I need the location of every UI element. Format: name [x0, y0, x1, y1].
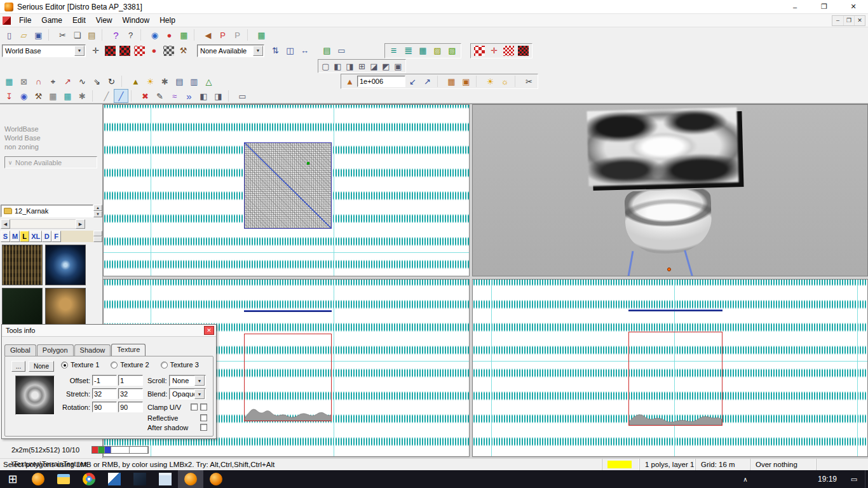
entity-handle[interactable]	[667, 268, 671, 271]
rotation-u-input[interactable]	[92, 402, 117, 412]
reflective-checkbox[interactable]	[200, 414, 207, 421]
carve-axe-icon[interactable]: ⚒	[31, 89, 46, 103]
csg-add-icon[interactable]	[103, 44, 118, 58]
menu-item[interactable]: File	[14, 15, 36, 26]
show-desktop-button[interactable]	[865, 470, 868, 488]
split-axe-icon[interactable]: ⚒	[176, 44, 191, 58]
mdi-close-button[interactable]: ✕	[854, 16, 865, 25]
dialog-close-icon[interactable]: ✕	[204, 326, 214, 335]
scroll-combo[interactable]: None ▼	[169, 375, 206, 386]
frame-right-icon[interactable]: ◨	[211, 89, 226, 103]
chevron-down-icon[interactable]: ▼	[194, 389, 205, 399]
terrain-cell-icon[interactable]: ▣	[459, 74, 473, 88]
measure-grid-icon[interactable]: ▦	[60, 89, 75, 103]
target-combo-disabled[interactable]: ∨ None Available	[4, 156, 97, 168]
copy-icon[interactable]: ❏	[70, 28, 85, 42]
frame-standalone-icon[interactable]: ▭	[235, 89, 250, 103]
tools-info-tab[interactable]: Polygon	[37, 344, 74, 356]
window-outline-icon[interactable]: ▢	[320, 59, 332, 73]
taskbar-document-app-icon[interactable]	[102, 470, 127, 488]
texture-group-combo[interactable]: 12_Karnak ▲ ▼	[1, 205, 102, 217]
swatch-white-2[interactable]	[130, 447, 148, 453]
scroll-left-icon[interactable]: ◀	[1, 219, 10, 229]
primitive-p-icon[interactable]: P	[215, 28, 230, 42]
texture-size-tab[interactable]: L	[20, 231, 29, 242]
frame-left-icon[interactable]: ◧	[196, 89, 211, 103]
terrain-tiles-icon[interactable]: ▦	[444, 74, 459, 88]
texture-thumb-hieroglyphs[interactable]	[2, 245, 43, 285]
layers-list-icon[interactable]: ≡	[386, 44, 401, 58]
taskbar-game-icon[interactable]	[25, 470, 51, 488]
flip-icon[interactable]: ⇅	[268, 44, 283, 58]
heightmap-texture-quad[interactable]	[587, 107, 738, 186]
browse-texture-button[interactable]: ...	[11, 361, 25, 372]
move-arrow-icon[interactable]: ↗	[60, 74, 75, 88]
menu-item[interactable]: View	[91, 15, 118, 26]
mip-shrink-icon[interactable]: ↙	[405, 74, 420, 88]
tools-info-titlebar[interactable]: Tools info ✕	[2, 325, 216, 337]
entity-select-icon[interactable]: ✛	[88, 44, 103, 58]
chevron-down-icon[interactable]: ▼	[253, 46, 263, 56]
cut-icon[interactable]: ✂	[55, 28, 70, 42]
save-icon[interactable]: ▣	[31, 28, 46, 42]
mip-factor-input[interactable]	[357, 76, 405, 87]
taskbar-serious-game-icon[interactable]	[203, 470, 229, 488]
swatch-white-1[interactable]	[111, 447, 130, 453]
terrain-raise-icon[interactable]: ▲	[342, 74, 357, 88]
csg-deport-icon[interactable]	[161, 44, 176, 58]
terrain-brush-square[interactable]	[244, 142, 332, 229]
world-base-combo[interactable]: World Base ▼	[2, 44, 86, 57]
texture-size-tab[interactable]: S	[1, 231, 10, 242]
taskbar-serious-editor-icon[interactable]	[178, 470, 203, 488]
taskbar-dark-app-icon[interactable]	[127, 470, 153, 488]
offset-u-input[interactable]	[92, 375, 117, 386]
window-full-icon[interactable]: ▣	[392, 59, 404, 73]
after-shadow-checkbox[interactable]	[200, 424, 207, 431]
new-document-icon[interactable]: ▯	[2, 28, 17, 42]
texture-thumb-portal[interactable]	[45, 245, 86, 285]
help-icon[interactable]: ?	[109, 28, 123, 42]
none-available-combo[interactable]: None Available ▼	[197, 44, 264, 57]
library-icon[interactable]: ▤	[320, 44, 334, 58]
window-grid-icon[interactable]: ⊞	[356, 59, 368, 73]
render-preview-icon[interactable]: ▦	[177, 28, 191, 42]
stretch-icon[interactable]: ↔	[297, 44, 312, 58]
menu-item[interactable]: Window	[118, 15, 155, 26]
spin-down-icon[interactable]	[93, 236, 102, 242]
taskbar-explorer-icon[interactable]	[51, 470, 76, 488]
close-button[interactable]: ✕	[839, 0, 868, 14]
machine-icon[interactable]: ✱	[75, 89, 90, 103]
fast-forward-icon[interactable]: »	[182, 89, 196, 103]
texture-a-icon[interactable]: ▤	[172, 74, 187, 88]
swatch-red[interactable]	[92, 447, 98, 453]
texture-thumb-face[interactable]	[45, 288, 86, 329]
terrain-mesh-3d[interactable]	[624, 189, 712, 255]
pencil-icon[interactable]: ✎	[153, 89, 167, 103]
taskbar-clock[interactable]: 19:19	[811, 475, 843, 484]
csg-subtract-icon[interactable]	[118, 44, 132, 58]
tools-info-tab[interactable]: Texture	[111, 344, 146, 356]
gear-icon[interactable]: ✱	[158, 74, 172, 88]
pattern-fine-icon[interactable]	[501, 44, 516, 58]
clear-texture-button[interactable]: None	[29, 361, 54, 372]
rotate-icon[interactable]: ↻	[104, 74, 119, 88]
mdi-minimize-button[interactable]: –	[832, 16, 843, 25]
layers-fill-icon[interactable]: ▧	[445, 44, 459, 58]
vertical-splitter[interactable]	[470, 104, 472, 459]
flask-icon[interactable]: △	[201, 74, 216, 88]
delete-poly-icon[interactable]: ✖	[138, 89, 153, 103]
chevron-down-icon[interactable]: ▼	[194, 376, 205, 386]
scroll-right-icon[interactable]: ▶	[76, 219, 85, 229]
drop-marker-icon[interactable]: ↧	[2, 89, 17, 103]
horizontal-splitter[interactable]	[103, 276, 868, 279]
world-sphere-icon[interactable]: ◉	[17, 89, 31, 103]
viewport-side-2d[interactable]	[472, 279, 868, 457]
entity-marker[interactable]	[307, 162, 309, 165]
texture-layer-radio[interactable]: Texture 2	[111, 361, 149, 369]
clamp-u-checkbox[interactable]	[191, 403, 198, 410]
window-left-icon[interactable]: ◧	[332, 59, 344, 73]
mdi-restore-button[interactable]: ❐	[843, 16, 854, 25]
taskbar-chrome-icon[interactable]	[76, 470, 102, 488]
pattern-mixed-icon[interactable]	[516, 44, 531, 58]
pattern-coarse-icon[interactable]	[472, 44, 487, 58]
